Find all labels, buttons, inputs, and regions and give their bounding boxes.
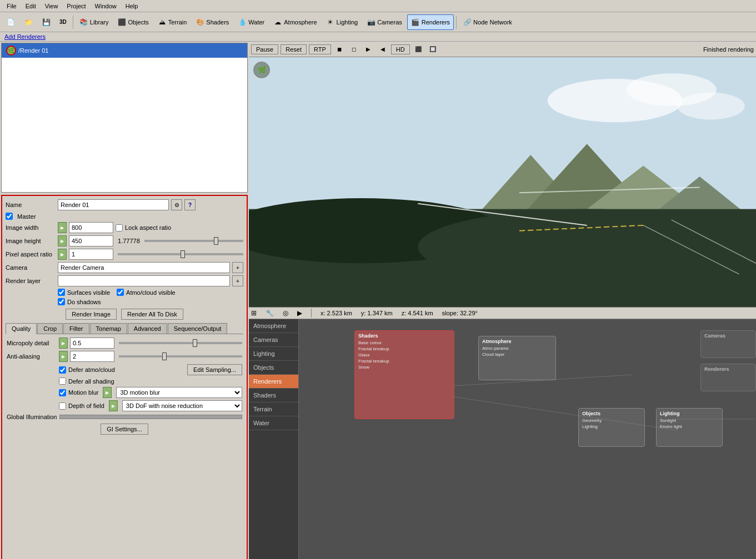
reset-button[interactable]: Reset [281,44,307,54]
depth-of-field-checkbox[interactable] [59,402,66,410]
atmosphere-node-item-2[interactable]: Cloud layer [482,351,552,357]
do-shadows-label[interactable]: Do shadows [67,299,101,305]
render-layer-add-button[interactable]: + [232,275,243,286]
depth-of-field-select[interactable]: 3D DoF with noise reduction No DoF 2.5D … [122,400,242,411]
camera-add-button[interactable]: + [232,262,243,273]
master-checkbox[interactable] [6,213,13,220]
edit-sampling-button[interactable]: Edit Sampling... [187,364,242,375]
shaders-node-item-3[interactable]: Glass [358,352,450,358]
image-width-input[interactable] [69,222,113,233]
toolbar-objects[interactable]: ⬛Objects [113,14,152,30]
atmosphere-node-item-1[interactable]: Atmo params [482,345,552,351]
defer-shading-checkbox[interactable] [59,377,66,385]
tab-filter[interactable]: Filter [63,323,89,334]
name-gear-button[interactable]: ⚙ [171,199,182,210]
toolbar-save[interactable]: 💾 [38,14,54,30]
depth-of-field-label[interactable]: Depth of field [68,402,104,409]
toolbar-terrain[interactable]: ⛰Terrain [154,14,191,30]
render-icon-1[interactable]: ◼ [333,43,346,56]
shaders-node-item-5[interactable]: Snow [358,364,450,370]
render-icon-4[interactable]: ◀ [377,43,389,56]
hd-button[interactable]: HD [391,44,410,54]
render-icon-2[interactable]: ◻ [348,43,360,56]
menu-window[interactable]: Window [91,2,121,11]
add-renderers-link[interactable]: Add Renderers [0,32,756,42]
sidebar-item-atmosphere[interactable]: Atmosphere [249,319,298,333]
sidebar-item-shaders[interactable]: Shaders [249,389,298,402]
lighting-node-item-2[interactable]: Enviro light [660,424,719,430]
tab-tonemap[interactable]: Tonemap [90,323,127,334]
image-height-anim-btn[interactable]: ▶ [58,235,67,246]
do-shadows-checkbox[interactable] [58,298,65,305]
surfaces-visible-checkbox[interactable] [58,289,65,296]
toolbar-lighting[interactable]: ☀Lighting [322,14,362,30]
sidebar-item-objects[interactable]: Objects [249,361,298,375]
defer-atmo-checkbox[interactable] [59,366,66,374]
antialiasing-input[interactable] [70,351,114,362]
image-height-input[interactable] [69,235,113,246]
toolbar-water[interactable]: 💧Water [234,14,268,30]
master-label[interactable]: Master [17,213,36,220]
toolbar-new[interactable]: 📄 [2,14,19,30]
gi-label: Global Illumination [7,414,57,420]
menu-help[interactable]: Help [121,2,143,11]
render-icon-5[interactable]: ⬛ [412,43,424,56]
camera-input[interactable] [58,262,230,273]
toolbar-shaders[interactable]: 🎨Shaders [192,14,233,30]
render-layer-input[interactable] [58,275,230,286]
sidebar-item-lighting[interactable]: Lighting [249,347,298,361]
shaders-node-item-2[interactable]: Fractal breakup [358,346,450,352]
surfaces-visible-label[interactable]: Surfaces visible [67,289,110,296]
tree-item-render01[interactable]: 🌿 /Render 01 [2,43,247,58]
pixel-aspect-input[interactable] [69,249,113,260]
render-image-button[interactable]: Render Image [66,309,117,320]
motion-blur-checkbox[interactable] [59,389,66,396]
antialiasing-anim-btn[interactable]: ▶ [59,351,68,362]
name-input[interactable] [58,199,169,210]
toolbar-cameras[interactable]: 📷Cameras [363,14,406,30]
defer-shading-label[interactable]: Defer all shading [68,378,114,385]
defer-atmo-label[interactable]: Defer atmo/cloud [68,366,115,373]
menu-project[interactable]: Project [62,2,90,11]
tab-advanced[interactable]: Advanced [128,323,167,334]
menu-file[interactable]: File [2,2,21,11]
rtp-button[interactable]: RTP [309,44,331,54]
render-all-button[interactable]: Render All To Disk [121,309,183,320]
toolbar-3d[interactable]: 3D [56,14,71,30]
lock-aspect-checkbox[interactable] [116,224,123,231]
toolbar-node-network[interactable]: 🔗Node Network [459,14,516,30]
motion-blur-anim-btn[interactable]: ▶ [103,387,112,398]
shaders-node-item-1[interactable]: Base colour [358,340,450,346]
sidebar-item-terrain[interactable]: Terrain [249,402,298,416]
tab-quality[interactable]: Quality [6,323,37,334]
micropoly-input[interactable] [70,338,114,349]
render-icon-3[interactable]: ▶ [362,43,374,56]
objects-node-item-1[interactable]: Geometry [582,417,641,424]
render-icon-6[interactable]: 🔲 [427,43,439,56]
tab-crop[interactable]: Crop [37,323,63,334]
motion-blur-select[interactable]: 3D motion blur No motion blur 2.5D motio… [116,387,242,398]
objects-node-item-2[interactable]: Lighting [582,424,641,430]
motion-blur-label[interactable]: Motion blur [68,389,98,396]
shaders-node-item-4[interactable]: Fractal breakup [358,358,450,364]
micropoly-anim-btn[interactable]: ▶ [59,338,68,349]
menu-edit[interactable]: Edit [21,2,41,11]
atmo-cloud-label[interactable]: Atmo/cloud visible [126,289,176,296]
sidebar-item-water[interactable]: Water [249,416,298,430]
toolbar-atmosphere[interactable]: ☁Atmosphere [269,14,321,30]
toolbar-open[interactable]: 📁 [20,14,37,30]
pause-button[interactable]: Pause [251,44,278,54]
atmo-cloud-checkbox[interactable] [117,289,124,296]
pixel-aspect-anim-btn[interactable]: ▶ [58,249,67,260]
gi-settings-button[interactable]: GI Settings... [101,424,148,435]
toolbar-renderers[interactable]: 🎬Renderers [407,14,454,30]
menu-view[interactable]: View [41,2,63,11]
toolbar-library[interactable]: 📚Library [76,14,113,30]
lighting-node-item-1[interactable]: Sunlight [660,417,719,424]
depth-of-field-anim-btn[interactable]: ▶ [109,400,118,411]
tab-sequence-output[interactable]: Sequence/Output [168,323,228,334]
image-width-anim-btn[interactable]: ▶ [58,222,67,233]
name-help-button[interactable]: ? [184,199,196,210]
sidebar-item-cameras[interactable]: Cameras [249,333,298,347]
sidebar-item-renderers[interactable]: Renderers [249,375,298,389]
